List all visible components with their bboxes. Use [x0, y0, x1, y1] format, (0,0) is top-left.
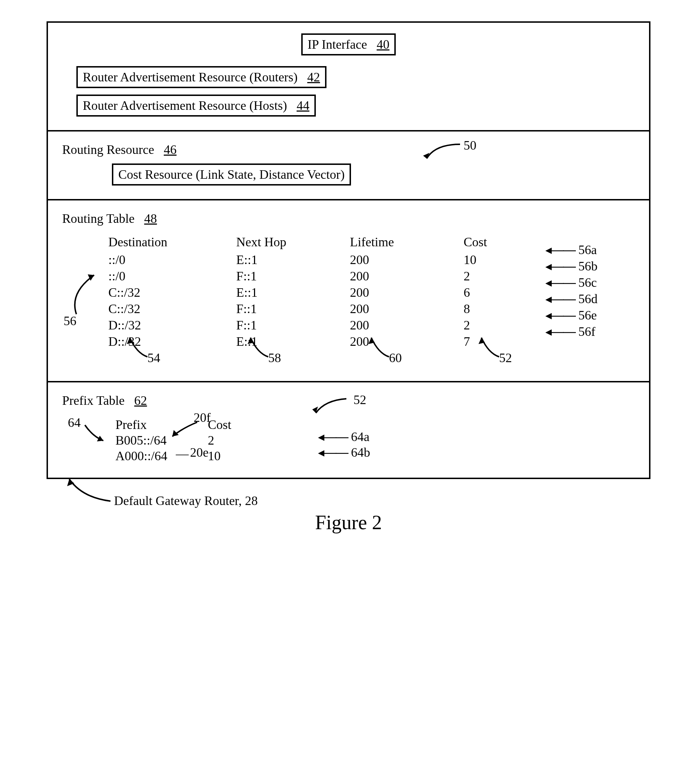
arrow-left-icon: ◂—— — [545, 292, 575, 306]
figure-caption: Figure 2 — [14, 511, 683, 534]
pcol-cost: Cost — [208, 417, 279, 432]
prefix-table-ref: 62 — [134, 394, 147, 408]
footer-label: Default Gateway Router, 28 — [114, 493, 258, 508]
cell-dest: ::/0 — [108, 268, 236, 283]
cell-life: 200 — [350, 252, 464, 267]
cell-life: 200 — [350, 285, 464, 300]
routing-resource-ref: 46 — [164, 143, 177, 157]
callout-52b: 52 — [353, 392, 366, 407]
col-dest: Destination — [108, 235, 236, 249]
ip-interface-box: IP Interface 40 — [301, 33, 396, 56]
pcell-cost: 2 — [208, 433, 279, 448]
cell-cost: 2 — [464, 268, 535, 283]
rar-routers-ref: 42 — [307, 70, 320, 84]
callout-20f-arrow — [169, 421, 201, 438]
routing-table-ref: 48 — [144, 211, 157, 226]
section-routing-resource: Routing Resource 46 Cost Resource (Link … — [48, 132, 649, 201]
pcell-cost: 10 — [208, 448, 279, 463]
cell-dest: C::/32 — [108, 301, 236, 316]
rar-hosts-box: Router Advertisement Resource (Hosts) 44 — [76, 94, 316, 117]
cell-life: 200 — [350, 268, 464, 283]
cell-dest: C::/32 — [108, 285, 236, 300]
cell-dest: D::/32 — [108, 318, 236, 333]
arrow-left-icon: ◂—— — [318, 445, 348, 460]
callout-50: 50 — [464, 138, 477, 153]
col-life: Lifetime — [350, 235, 464, 249]
callout-52b-arrow — [311, 397, 353, 416]
callout-20e: 20e — [190, 445, 209, 460]
arrow-left-icon: ◂—— — [545, 308, 575, 322]
cell-next: F::1 — [236, 318, 350, 333]
callout-56-arrow — [62, 272, 105, 318]
callout-54: 54 — [148, 351, 160, 366]
cell-next: F::1 — [236, 268, 350, 283]
row-anno-56d: ◂—— 56d — [545, 292, 598, 306]
row-anno-56b: ◂—— 56b — [545, 259, 598, 273]
cell-cost: 8 — [464, 301, 535, 316]
section-routing-table: Routing Table 48 Destination Next Hop Li… — [48, 201, 649, 382]
row-anno-64a: ◂—— 64a — [318, 429, 370, 444]
cell-cost: 2 — [464, 318, 535, 333]
callout-58: 58 — [268, 351, 281, 366]
ip-interface-ref: 40 — [376, 37, 390, 51]
callout-64-arrow — [82, 422, 107, 443]
router-diagram-frame: IP Interface 40 Router Advertisement Res… — [46, 21, 651, 479]
col-next: Next Hop — [236, 235, 350, 249]
cell-life: 200 — [350, 301, 464, 316]
section-prefix-table: Prefix Table 62 Prefix Cost B005::/64 2 … — [48, 382, 649, 478]
callout-60: 60 — [389, 351, 402, 366]
cell-next: E::1 — [236, 285, 350, 300]
row-anno-64b: ◂—— 64b — [318, 445, 370, 460]
arrow-left-icon: ◂—— — [545, 324, 575, 339]
routing-table-title: Routing Table — [62, 211, 135, 226]
cost-resource-label: Cost Resource (Link State, Distance Vect… — [118, 167, 345, 181]
cost-resource-box: Cost Resource (Link State, Distance Vect… — [112, 163, 351, 186]
callout-52: 52 — [499, 351, 512, 366]
ip-interface-label: IP Interface — [307, 37, 367, 51]
routing-resource-title: Routing Resource — [62, 143, 154, 157]
cell-life: 200 — [350, 318, 464, 333]
rar-hosts-label: Router Advertisement Resource (Hosts) — [83, 99, 287, 113]
footer-arrow — [61, 476, 118, 505]
row-anno-56f: ◂—— 56f — [545, 324, 595, 339]
arrow-left-icon: ◂—— — [318, 429, 348, 444]
cell-next: E::1 — [236, 252, 350, 267]
arrow-left-icon: ◂—— — [545, 242, 575, 257]
arrow-left-icon: ◂—— — [545, 275, 575, 290]
rar-routers-box: Router Advertisement Resource (Routers) … — [76, 66, 327, 88]
col-cost: Cost — [464, 235, 535, 249]
row-anno-56a: ◂—— 56a — [545, 242, 597, 257]
cell-cost: 6 — [464, 285, 535, 300]
row-anno-56e: ◂—— 56e — [545, 308, 597, 323]
row-anno-56c: ◂—— 56c — [545, 275, 597, 290]
cell-cost: 10 — [464, 252, 535, 267]
arrow-left-icon: ◂—— — [545, 259, 575, 273]
rar-routers-label: Router Advertisement Resource (Routers) — [83, 70, 298, 84]
section-interfaces: IP Interface 40 Router Advertisement Res… — [48, 23, 649, 132]
rar-hosts-ref: 44 — [297, 99, 309, 113]
callout-64: 64 — [68, 415, 81, 430]
prefix-table-title: Prefix Table — [62, 394, 125, 408]
callout-56: 56 — [64, 313, 76, 328]
callout-20e-conn: — — [176, 446, 189, 461]
cell-next: F::1 — [236, 301, 350, 316]
cell-dest: ::/0 — [108, 252, 236, 267]
